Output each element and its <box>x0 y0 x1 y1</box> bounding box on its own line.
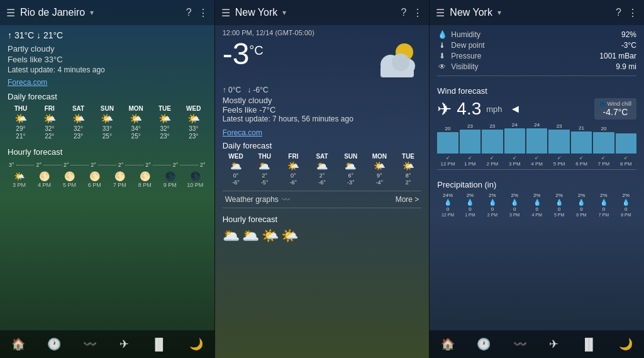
precip-col: 24% 💧 0 12 PM <box>437 193 458 217</box>
stat-value: 9.9 mi <box>616 62 636 71</box>
ny2-daily-item: SAT 🌥️ 2° -6° <box>309 153 336 186</box>
ny2-daily-title: Daily forecast <box>223 141 422 150</box>
p3-stats: 💧 Humidity 92% 🌡 Dew point -3°C ⬇ Pressu… <box>437 30 636 73</box>
rio-hourly-title: Hourly forecast <box>8 147 207 157</box>
precip-title: Precipitation (in) <box>437 180 636 189</box>
precip-col: 2% 💧 0 2 PM <box>482 193 502 217</box>
help-icon-rio[interactable]: ? <box>186 7 192 18</box>
nav-plane-ny3[interactable]: ✈ <box>549 337 558 351</box>
header-left-rio: ☰ Rio de Janeiro ▾ <box>6 7 94 19</box>
wind-unit: mph <box>486 104 502 114</box>
wind-bar-col: 24 <box>526 122 547 154</box>
wind-section: Wind forecast ✈ 4.3 mph ◄ 🧥 Wind chill -… <box>437 82 636 167</box>
precip-section: Precipitation (in) 24% 💧 0 12 PM 2% 💧 0 … <box>437 176 636 218</box>
more-icon-rio[interactable]: ⋮ <box>198 7 208 19</box>
rio-feels: Feels like 33°C <box>8 55 207 64</box>
nav-plane-rio[interactable]: ✈ <box>119 337 129 351</box>
ny2-daily-item: FRI 🌤️ 0° -6° <box>280 153 307 186</box>
panel-ny-right: ☰ New York ▾ ? ⋮ 💧 Humidity 92% 🌡 Dew po… <box>430 0 644 358</box>
ny3-bottom-nav: 🏠 🕐 〰️ ✈ ▐▌ 🌙 <box>430 330 644 358</box>
wind-bar-col: 23 <box>482 123 502 154</box>
ny2-daily-item: SUN 🌥️ 6° -3° <box>337 153 364 186</box>
ny2-weather-icon <box>371 39 421 83</box>
rio-daily-item: SAT 🌤️ 32° 23° <box>65 105 92 140</box>
more-icon-ny2[interactable]: ⋮ <box>413 7 423 19</box>
ny2-main-row: -3°C <box>223 39 422 83</box>
rio-hourly-item: 🌑 10 PM <box>184 171 207 188</box>
rio-hourly-item: 🌕 4 PM <box>33 171 56 188</box>
wind-time-col: ↙ 1 PM <box>460 155 480 167</box>
p3-divider2 <box>437 169 636 170</box>
rio-hourly-item: 🌤️ 3 PM <box>8 171 31 188</box>
p2-main-content: 12:00 PM, 12/14 (GMT-05:00) -3°C <box>215 25 430 358</box>
wind-time-col: ↙ 2 PM <box>482 155 502 167</box>
help-icon-ny3[interactable]: ? <box>616 7 621 18</box>
nav-clock-rio[interactable]: 🕐 <box>47 337 61 351</box>
nav-moon-ny3[interactable]: 🌙 <box>619 337 633 351</box>
header-left-ny3: ☰ New York ▾ <box>436 7 501 19</box>
wind-title: Wind forecast <box>437 86 636 96</box>
wind-time-col: ↙ 5 PM <box>548 155 569 167</box>
nav-chart-rio[interactable]: 〰️ <box>83 337 97 351</box>
stat-icon: 💧 <box>437 30 447 39</box>
stat-icon: ⬇ <box>437 52 447 60</box>
wind-row: ✈ 4.3 mph ◄ 🧥 Wind chill -4.7°C <box>437 98 636 120</box>
ny2-feels: Feels like -7°C <box>223 105 422 115</box>
ny2-hourly-partial: 🌥️ 🌥️ 🌤️ 🌤️ <box>223 228 422 244</box>
nav-chart-ny3[interactable]: 〰️ <box>513 337 527 351</box>
panel-ny-center: ☰ New York ▾ ? ⋮ 12:00 PM, 12/14 (GMT-05… <box>215 0 430 358</box>
stat-label: Humidity <box>451 30 618 39</box>
help-icon-ny2[interactable]: ? <box>401 7 406 18</box>
menu-icon-ny3[interactable]: ☰ <box>436 7 445 19</box>
wind-bar-col: 24 <box>504 122 525 154</box>
stat-icon: 👁 <box>437 62 447 71</box>
wind-times: ↙ 12 PM ↙ 1 PM ↙ 2 PM ↙ 3 PM ↙ 4 PM ↙ 5 … <box>437 155 636 167</box>
rio-hourly-row: 🌤️ 3 PM 🌕 4 PM 🌕 5 PM 🌕 6 PM 🌕 7 PM 🌕 8 … <box>8 171 207 188</box>
nav-clock-ny3[interactable]: 🕐 <box>477 337 491 351</box>
chevron-icon-ny3[interactable]: ▾ <box>497 8 501 17</box>
wind-time-col: ↙ 4 PM <box>526 155 547 167</box>
wg-icon: 〰️ <box>281 195 291 204</box>
stat-value: 1001 mBar <box>599 52 636 60</box>
wind-time-col: ↙ 7 PM <box>593 155 614 167</box>
rio-daily-item: FRI 🌤️ 32° 22° <box>36 105 63 140</box>
rio-daily-item: WED 🌤️ 33° 23° <box>180 105 207 140</box>
nav-bar-ny3[interactable]: ▐▌ <box>580 338 597 351</box>
panel-rio: ☰ Rio de Janeiro ▾ ? ⋮ ↑ 31°C ↓ 21°C Par… <box>0 0 215 358</box>
ny2-daily-item: TUE 🌤️ 8° 2° <box>395 153 422 186</box>
weather-graphs-bar[interactable]: Weather graphs 〰️ More > <box>223 191 422 208</box>
menu-icon-rio[interactable]: ☰ <box>6 7 15 19</box>
ny2-source[interactable]: Foreca.com <box>223 128 422 137</box>
precip-col: 2% 💧 0 8 PM <box>616 193 636 217</box>
header-ny2: ☰ New York ▾ ? ⋮ <box>215 0 430 25</box>
ny2-hourly-title: Hourly forecast <box>223 215 422 224</box>
rio-update: Latest update: 4 minutes ago <box>8 65 207 74</box>
rio-daily-item: THU 🌤️ 29° 21° <box>8 105 34 140</box>
nav-home-ny3[interactable]: 🏠 <box>441 337 455 351</box>
rio-temps: ↑ 31°C ↓ 21°C <box>8 30 207 40</box>
p3-divider1 <box>437 76 636 76</box>
rio-source[interactable]: Foreca.com <box>8 78 207 87</box>
stat-icon: 🌡 <box>437 41 447 50</box>
rio-condition: Partly cloudy <box>8 44 207 53</box>
nav-bar-rio[interactable]: ▐▌ <box>151 338 167 351</box>
wind-dir-icon: ◄ <box>510 103 521 116</box>
ny2-condition: Mostly cloudy <box>223 96 422 105</box>
p3-stat-row: 🌡 Dew point -3°C <box>437 41 636 50</box>
wg-left: Weather graphs 〰️ <box>225 195 291 204</box>
nav-home-rio[interactable]: 🏠 <box>11 337 25 351</box>
wg-right: More > <box>396 195 419 204</box>
wind-chill-box: 🧥 Wind chill -4.7°C <box>594 98 636 120</box>
more-icon-ny3[interactable]: ⋮ <box>628 7 638 19</box>
precip-col: 2% 💧 0 1 PM <box>460 193 480 217</box>
rio-hourly-item: 🌕 5 PM <box>58 171 81 188</box>
wind-speed: 4.3 <box>457 99 481 119</box>
city-title-rio: Rio de Janeiro <box>20 7 85 18</box>
nav-moon-rio[interactable]: 🌙 <box>189 337 203 351</box>
wind-bar-col: 20 <box>437 126 458 154</box>
rio-daily-item: SUN 🌤️ 33° 25° <box>94 105 120 140</box>
chevron-icon-ny2[interactable]: ▾ <box>282 8 286 17</box>
menu-icon-ny2[interactable]: ☰ <box>221 7 230 19</box>
wind-chill-label: 🧥 Wind chill <box>599 101 631 107</box>
chevron-icon-rio[interactable]: ▾ <box>90 8 94 17</box>
